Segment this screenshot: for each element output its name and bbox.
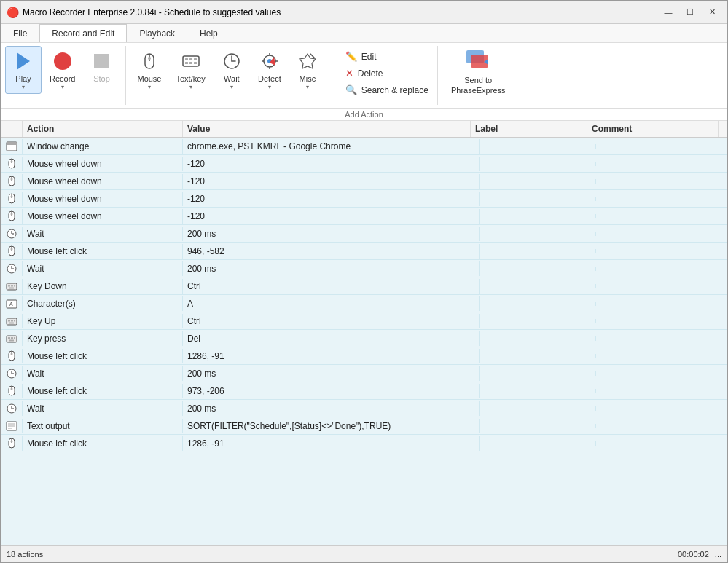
pencil-icon: ✏️ — [345, 51, 357, 62]
mouse-button[interactable]: Mouse ▾ — [130, 46, 168, 94]
minimize-button[interactable]: — — [659, 5, 678, 20]
search-icon: 🔍 — [345, 84, 357, 95]
row-value-9: A — [183, 296, 480, 311]
add-action-label: Add Action — [345, 110, 383, 119]
table-row[interactable]: Mouse wheel down -120 — [1, 155, 727, 173]
timer: 00:00:02 — [678, 550, 709, 559]
stop-label: Stop — [93, 74, 110, 84]
table-row[interactable]: Mouse wheel down -120 — [1, 173, 727, 190]
table-row[interactable]: Key Up Ctrl — [1, 312, 727, 330]
row-action-1: Mouse wheel down — [23, 157, 183, 171]
row-action-9: Character(s) — [23, 296, 183, 311]
dots-icon[interactable]: ... — [715, 550, 721, 559]
row-label-15 — [480, 406, 596, 411]
row-label-14 — [480, 389, 596, 393]
table-row[interactable]: Mouse left click 946, -582 — [1, 243, 727, 260]
edit-action[interactable]: ✏️ Edit — [341, 49, 433, 64]
col-label: Label — [471, 121, 587, 137]
table-row[interactable]: Text output SORT(FILTER("Schedule",[Stat… — [1, 417, 727, 435]
row-label-5 — [480, 232, 596, 236]
row-value-10: Ctrl — [183, 314, 480, 328]
stop-button[interactable]: Stop — [83, 46, 120, 87]
search-replace-label: Search & replace — [361, 85, 428, 95]
svg-rect-48 — [9, 287, 14, 288]
row-action-16: Text output — [23, 419, 183, 433]
menu-file[interactable]: File — [1, 24, 39, 42]
main-table: Action Value Label Comment Window change… — [1, 121, 727, 545]
close-button[interactable]: ✕ — [702, 5, 721, 20]
row-comment-1 — [596, 162, 727, 166]
play-button[interactable]: Play ▾ — [5, 46, 42, 94]
row-label-0 — [480, 144, 596, 149]
table-row[interactable]: Wait 200 ms — [1, 260, 727, 277]
svg-rect-57 — [8, 337, 10, 339]
menu-help[interactable]: Help — [187, 24, 230, 42]
row-comment-9 — [596, 302, 727, 306]
app-icon: 🔴 — [7, 7, 18, 18]
table-row[interactable]: Mouse wheel down -120 — [1, 208, 727, 225]
row-label-1 — [480, 162, 596, 166]
row-comment-16 — [596, 424, 727, 428]
svg-rect-5 — [189, 58, 192, 60]
svg-rect-6 — [194, 58, 197, 60]
misc-button[interactable]: Misc ▾ — [289, 46, 326, 94]
menu-playback[interactable]: Playback — [127, 24, 187, 42]
row-icon-0 — [1, 139, 23, 154]
svg-rect-46 — [11, 285, 13, 287]
row-value-0: chrome.exe, PST KMRL - Google Chrome — [183, 139, 480, 154]
menu-record-edit[interactable]: Record and Edit — [39, 24, 127, 42]
mouse-label: Mouse — [137, 74, 161, 84]
textkey-button[interactable]: Text/key ▾ — [170, 46, 212, 94]
record-button[interactable]: Record ▾ — [43, 46, 82, 94]
table-row[interactable]: Wait 200 ms — [1, 400, 727, 417]
row-icon-8 — [1, 279, 23, 294]
row-value-17: 1286, -91 — [183, 436, 480, 451]
table-row[interactable]: A Character(s) A — [1, 295, 727, 312]
row-action-10: Key Up — [23, 314, 183, 328]
row-comment-7 — [596, 267, 727, 271]
table-row[interactable]: Key Down Ctrl — [1, 277, 727, 295]
col-scroll — [719, 121, 727, 137]
send-to-phraseexpress-button[interactable]: Send to PhraseExpress — [442, 46, 514, 99]
row-action-17: Mouse left click — [23, 436, 183, 451]
row-value-7: 200 ms — [183, 261, 480, 276]
col-comment: Comment — [587, 121, 719, 137]
svg-rect-60 — [9, 339, 14, 341]
play-label: Play — [15, 74, 31, 84]
row-value-3: -120 — [183, 192, 480, 206]
table-row[interactable]: Wait 200 ms — [1, 225, 727, 243]
table-row[interactable]: Mouse left click 973, -206 — [1, 382, 727, 400]
table-row[interactable]: Window change chrome.exe, PST KMRL - Goo… — [1, 138, 727, 155]
row-value-16: SORT(FILTER("Schedule",[Status]<>"Done")… — [183, 419, 480, 433]
table-row[interactable]: Mouse wheel down -120 — [1, 190, 727, 208]
row-comment-10 — [596, 319, 727, 323]
svg-rect-22 — [7, 142, 17, 145]
row-comment-8 — [596, 284, 727, 288]
row-label-16 — [480, 424, 596, 428]
table-row[interactable]: Mouse left click 1286, -91 — [1, 347, 727, 365]
svg-rect-9 — [194, 62, 197, 64]
svg-point-63 — [10, 353, 12, 355]
send-to-label: Send to — [464, 76, 492, 84]
detect-label: Detect — [258, 74, 281, 84]
row-icon-1 — [1, 157, 23, 171]
search-replace-action[interactable]: 🔍 Search & replace — [341, 82, 433, 98]
wait-button[interactable]: Wait ▾ — [214, 46, 250, 94]
maximize-button[interactable]: ☐ — [681, 5, 700, 20]
row-action-8: Key Down — [23, 279, 183, 294]
delete-action[interactable]: ✕ Delete — [341, 66, 433, 81]
detect-button[interactable]: Detect ▾ — [251, 46, 288, 94]
table-row[interactable]: Mouse left click 1286, -91 — [1, 435, 727, 452]
toolbar: Play ▾ Record ▾ Stop — [1, 43, 727, 109]
table-row[interactable]: Wait 200 ms — [1, 365, 727, 382]
row-comment-17 — [596, 441, 727, 446]
menu-bar: File Record and Edit Playback Help — [1, 24, 727, 43]
row-icon-17 — [1, 436, 23, 451]
col-icon — [1, 121, 23, 137]
status-bar: 18 actions 00:00:02 ... — [1, 545, 727, 562]
phraseexpress-label: PhraseExpress — [451, 86, 506, 95]
row-label-7 — [480, 267, 596, 271]
table-row[interactable]: Key press Del — [1, 330, 727, 347]
row-icon-3 — [1, 192, 23, 206]
wait-label: Wait — [224, 74, 240, 84]
